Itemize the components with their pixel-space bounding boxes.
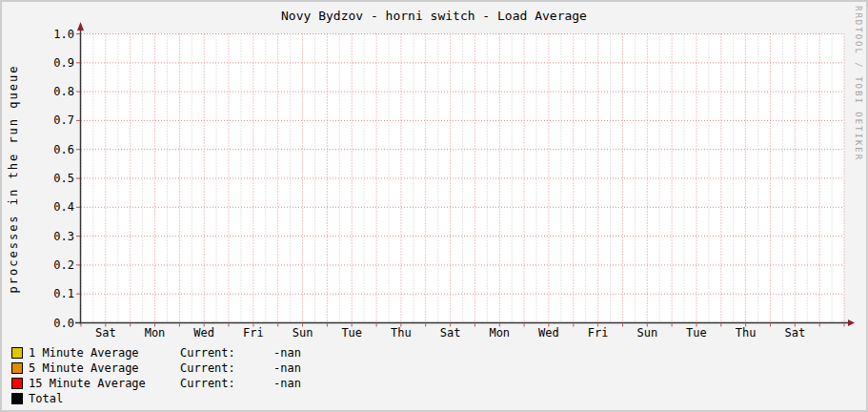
x-tick-label: Thu — [725, 326, 767, 340]
x-tick-label: Fri — [577, 326, 619, 340]
legend-row-15min: 15 Minute Average Current: -nan — [11, 376, 301, 391]
legend-row-1min: 1 Minute Average Current: -nan — [11, 345, 301, 360]
x-tick-label: Wed — [528, 326, 570, 340]
legend-current-value: -nan — [273, 377, 301, 390]
x-tick-label: Sat — [430, 326, 472, 340]
x-tick-label: Mon — [134, 326, 176, 340]
y-tick-label: 1.0 — [34, 28, 74, 41]
legend: 1 Minute Average Current: -nan 5 Minute … — [11, 345, 301, 406]
legend-label: 15 Minute Average — [29, 377, 180, 390]
x-tick-label: Thu — [380, 326, 422, 340]
y-tick-label: 0.7 — [34, 113, 74, 127]
x-tick-label: Sat — [85, 326, 127, 340]
y-tick-label: 0.9 — [34, 56, 74, 70]
legend-current-label: Current: — [180, 377, 273, 390]
legend-swatch-total — [11, 393, 23, 404]
y-tick-label: 0.0 — [34, 317, 74, 330]
x-tick-label: Tue — [676, 326, 717, 340]
legend-label: 1 Minute Average — [29, 346, 180, 360]
legend-current-value: -nan — [273, 346, 301, 360]
x-tick-label: Fri — [232, 326, 274, 340]
legend-label: 5 Minute Average — [29, 361, 180, 375]
legend-current-label: Current: — [180, 346, 273, 360]
y-tick-label: 0.4 — [34, 200, 74, 214]
y-tick-label: 0.8 — [34, 85, 74, 98]
x-tick-label: Sun — [626, 326, 668, 340]
legend-current-value: -nan — [273, 361, 301, 375]
y-tick-label: 0.1 — [34, 287, 74, 300]
legend-current-label: Current: — [180, 361, 273, 375]
x-tick-label: Sat — [774, 326, 816, 340]
x-tick-label: Sun — [282, 326, 324, 340]
y-tick-label: 0.2 — [34, 258, 74, 272]
y-tick-label: 0.3 — [34, 230, 74, 243]
rrdtool-graph-window: Novy Bydzov - horni switch - Load Averag… — [0, 0, 868, 412]
legend-label: Total — [29, 392, 180, 405]
legend-row-5min: 5 Minute Average Current: -nan — [11, 360, 301, 376]
x-tick-label: Mon — [478, 326, 520, 340]
x-tick-label: Wed — [183, 326, 225, 340]
legend-swatch-1min — [11, 347, 23, 359]
legend-swatch-15min — [11, 378, 23, 389]
x-tick-label: Tue — [331, 326, 373, 340]
legend-swatch-5min — [11, 362, 23, 374]
legend-row-total: Total — [11, 391, 301, 406]
y-tick-label: 0.6 — [34, 143, 74, 156]
y-tick-label: 0.5 — [34, 172, 74, 185]
